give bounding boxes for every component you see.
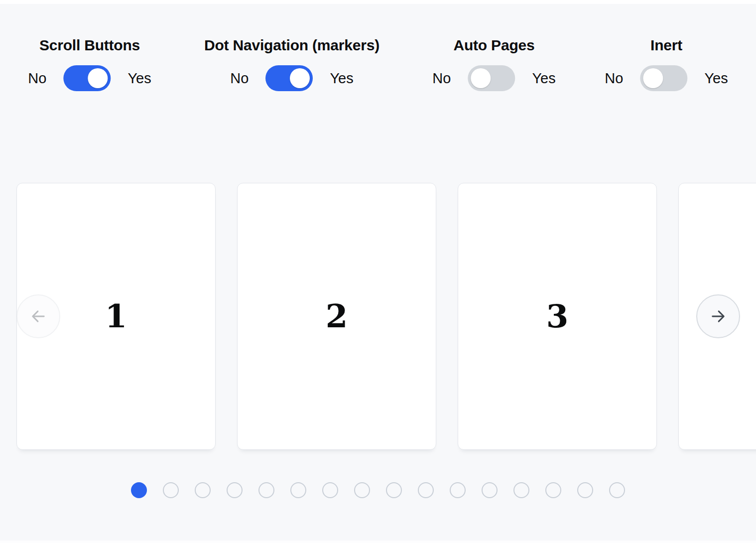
- dot-indicator-active[interactable]: [131, 482, 147, 498]
- card-number: 3: [546, 300, 569, 332]
- carousel-track[interactable]: 1234: [0, 0, 756, 543]
- carousel: 1234: [0, 0, 756, 543]
- dot-indicator[interactable]: [195, 482, 211, 498]
- dot-navigation: [131, 482, 625, 498]
- carousel-demo-page: Scroll Buttons No Yes Dot Navigation (ma…: [0, 0, 756, 543]
- previous-page-button[interactable]: [16, 294, 60, 338]
- carousel-card: 2: [237, 183, 436, 450]
- page-edge-bottom: [0, 541, 756, 543]
- dot-indicator[interactable]: [322, 482, 338, 498]
- dot-indicator[interactable]: [513, 482, 529, 498]
- arrow-left-icon: [29, 307, 47, 325]
- arrow-right-icon: [709, 307, 727, 325]
- dot-indicator[interactable]: [609, 482, 625, 498]
- card-number: 1: [105, 300, 127, 332]
- dot-indicator[interactable]: [418, 482, 434, 498]
- dot-indicator[interactable]: [386, 482, 402, 498]
- dot-indicator[interactable]: [354, 482, 370, 498]
- dot-indicator[interactable]: [545, 482, 561, 498]
- dot-indicator[interactable]: [482, 482, 498, 498]
- dot-indicator[interactable]: [577, 482, 593, 498]
- dot-indicator[interactable]: [163, 482, 179, 498]
- page-edge-top: [0, 0, 756, 4]
- dot-indicator[interactable]: [290, 482, 306, 498]
- dot-indicator[interactable]: [258, 482, 274, 498]
- card-number: 2: [326, 300, 348, 332]
- dot-indicator[interactable]: [450, 482, 466, 498]
- carousel-card: 3: [458, 183, 657, 450]
- dot-indicator[interactable]: [227, 482, 243, 498]
- next-page-button[interactable]: [696, 294, 740, 338]
